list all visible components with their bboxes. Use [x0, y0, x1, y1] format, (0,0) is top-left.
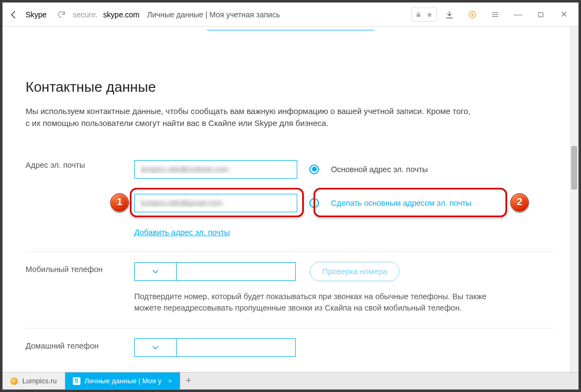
url-host-prefix[interactable]: secure. — [73, 10, 98, 19]
browser-titlebar: Skype secure.skype.com Личные данные | М… — [3, 3, 578, 27]
tab-close-icon[interactable]: × — [168, 377, 172, 385]
page-content: Контактные данные Мы используем контактн… — [3, 27, 578, 389]
page-title-in-bar: Личные данные | Моя учетная запись — [147, 10, 280, 19]
email-secondary-line: 1 2 Сделать основным адресом эл. почты — [134, 191, 555, 215]
section-description: Мы используем контактные данные, чтобы с… — [26, 105, 471, 129]
favicon-skype: S — [73, 377, 80, 385]
site-security-indicator[interactable]: ★ — [411, 8, 437, 22]
menu-button[interactable] — [485, 4, 505, 25]
radio-make-primary-label[interactable]: Сделать основным адресом эл. почты — [331, 199, 471, 207]
reload-button[interactable] — [55, 9, 67, 21]
radio-make-primary[interactable] — [309, 198, 319, 208]
scrollbar[interactable] — [570, 27, 578, 389]
section-title: Контактные данные — [26, 79, 555, 96]
top-separator — [3, 30, 578, 30]
home-phone-input[interactable] — [176, 338, 296, 357]
browser-tabbar: Lumpics.ru S Личные данные | Моя у × + — [3, 372, 578, 389]
annotation-bubble-1: 1 — [110, 193, 129, 212]
chevron-down-icon — [152, 269, 159, 274]
mobile-note: Подтвердите номер, который будет показыв… — [134, 291, 515, 314]
reload-icon — [57, 10, 66, 19]
new-tab-button[interactable]: + — [180, 372, 197, 389]
downloads-button[interactable] — [439, 4, 460, 25]
radio-primary-email-label: Основной адрес эл. почты — [331, 165, 428, 174]
svg-rect-0 — [417, 14, 421, 17]
verify-number-button[interactable]: Проверка номера — [310, 262, 399, 281]
email-primary-line: Основной адрес эл. почты — [134, 157, 555, 181]
annotation-bubble-2: 2 — [510, 193, 529, 212]
country-code-dropdown[interactable] — [134, 262, 177, 281]
tab-label: Lumpics.ru — [22, 377, 57, 385]
tab-skype-account[interactable]: S Личные данные | Моя у × — [65, 372, 180, 389]
label-home-phone: Домашний телефон — [26, 338, 134, 350]
tab-lumpics[interactable]: Lumpics.ru — [3, 372, 65, 389]
minimize-icon: — — [514, 10, 522, 20]
add-email-link[interactable]: Добавить адрес эл. почты — [134, 228, 230, 237]
tab-label: Личные данные | Моя у — [85, 377, 162, 385]
email-primary-input[interactable] — [134, 160, 297, 179]
arrow-left-icon — [9, 10, 18, 20]
row-mobile: Мобильный телефон Проверка номера Под — [26, 252, 555, 328]
bolt-icon — [468, 10, 477, 19]
close-icon: ✕ — [560, 9, 567, 20]
row-email: Адрес эл. почты Основной адрес эл. почты… — [26, 148, 555, 252]
chevron-down-icon — [152, 345, 159, 350]
scrollbar-thumb[interactable] — [571, 146, 577, 189]
star-icon: ★ — [426, 10, 433, 19]
extension-button[interactable] — [462, 4, 483, 25]
svg-rect-2 — [539, 12, 543, 17]
home-country-code-dropdown[interactable] — [134, 338, 177, 357]
label-mobile: Мобильный телефон — [26, 262, 134, 274]
url-host[interactable]: skype.com — [103, 10, 140, 19]
hamburger-icon — [491, 11, 499, 18]
window-maximize[interactable] — [530, 4, 551, 25]
radio-primary-email[interactable] — [309, 165, 319, 174]
window-minimize[interactable]: — — [508, 4, 528, 25]
maximize-icon — [538, 11, 544, 18]
favicon-lumpics — [10, 377, 18, 385]
window-close[interactable]: ✕ — [553, 4, 574, 25]
row-home-phone: Домашний телефон — [26, 328, 555, 357]
label-email: Адрес эл. почты — [26, 157, 134, 169]
download-icon — [445, 10, 454, 19]
mobile-phone-input[interactable] — [176, 262, 296, 281]
lock-icon — [415, 11, 422, 18]
site-label: Skype — [22, 10, 50, 19]
back-button[interactable] — [7, 8, 20, 21]
email-secondary-input[interactable] — [134, 194, 297, 212]
